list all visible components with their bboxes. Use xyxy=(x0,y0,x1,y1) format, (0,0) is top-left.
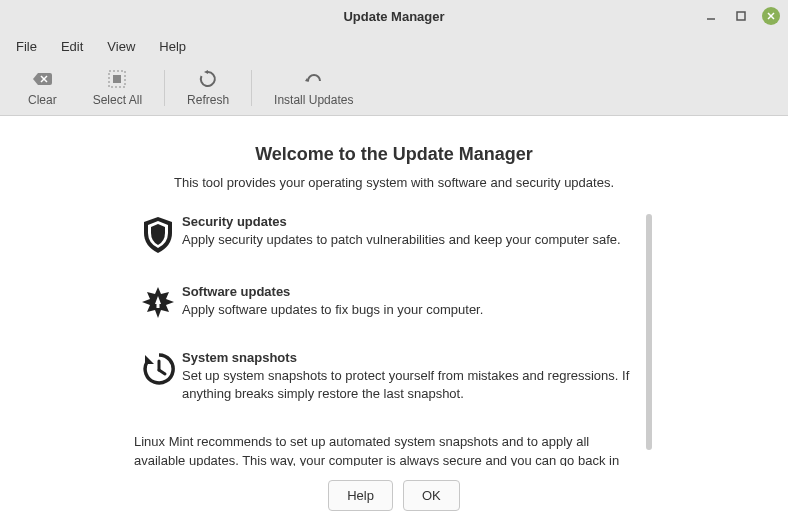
menu-view[interactable]: View xyxy=(97,35,145,58)
feature-security-desc: Apply security updates to patch vulnerab… xyxy=(182,231,642,249)
ok-button[interactable]: OK xyxy=(403,480,460,511)
maximize-button[interactable] xyxy=(732,7,750,25)
feature-security: Security updates Apply security updates … xyxy=(134,214,642,254)
welcome-title: Welcome to the Update Manager xyxy=(255,144,533,165)
toolbar-separator xyxy=(251,70,252,106)
select-all-icon xyxy=(108,69,126,89)
recommend-text: Linux Mint recommends to set up automate… xyxy=(134,433,642,466)
install-icon xyxy=(305,69,323,89)
welcome-subtitle: This tool provides your operating system… xyxy=(174,175,614,190)
history-icon xyxy=(134,350,182,403)
menu-file[interactable]: File xyxy=(6,35,47,58)
svg-rect-1 xyxy=(737,12,745,20)
select-all-button[interactable]: Select All xyxy=(75,63,160,113)
feature-list: Security updates Apply security updates … xyxy=(134,214,654,466)
content-area: Welcome to the Update Manager This tool … xyxy=(0,116,788,525)
feature-software: Software updates Apply software updates … xyxy=(134,284,642,320)
toolbar-separator xyxy=(164,70,165,106)
clear-button[interactable]: Clear xyxy=(10,63,75,113)
close-button[interactable] xyxy=(762,7,780,25)
refresh-button[interactable]: Refresh xyxy=(169,63,247,113)
svg-rect-8 xyxy=(157,304,160,308)
feature-software-desc: Apply software updates to fix bugs in yo… xyxy=(182,301,642,319)
menubar: File Edit View Help xyxy=(0,32,788,60)
titlebar: Update Manager xyxy=(0,0,788,32)
feature-security-title: Security updates xyxy=(182,214,642,229)
button-bar: Help OK xyxy=(328,466,460,519)
svg-line-10 xyxy=(159,370,165,374)
minimize-button[interactable] xyxy=(702,7,720,25)
feature-software-title: Software updates xyxy=(182,284,642,299)
feature-snapshots-title: System snapshots xyxy=(182,350,642,365)
refresh-label: Refresh xyxy=(187,93,229,107)
toolbar: Clear Select All Refresh Install Updates xyxy=(0,60,788,116)
menu-help[interactable]: Help xyxy=(149,35,196,58)
install-updates-button[interactable]: Install Updates xyxy=(256,63,371,113)
install-label: Install Updates xyxy=(274,93,353,107)
svg-rect-7 xyxy=(113,75,121,83)
shield-icon xyxy=(134,214,182,254)
feature-snapshots-desc: Set up system snapshots to protect yours… xyxy=(182,367,642,403)
refresh-icon xyxy=(199,69,217,89)
select-all-label: Select All xyxy=(93,93,142,107)
clear-icon xyxy=(32,69,52,89)
window-title: Update Manager xyxy=(343,9,444,24)
clear-label: Clear xyxy=(28,93,57,107)
menu-edit[interactable]: Edit xyxy=(51,35,93,58)
feature-snapshots: System snapshots Set up system snapshots… xyxy=(134,350,642,403)
scrollbar[interactable] xyxy=(646,214,652,450)
gear-star-icon xyxy=(134,284,182,320)
help-button[interactable]: Help xyxy=(328,480,393,511)
